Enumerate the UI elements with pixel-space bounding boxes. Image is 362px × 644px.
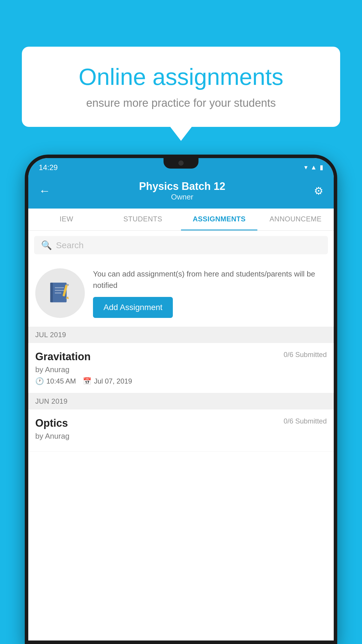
headline-text: Online assignments [42,64,320,90]
tab-iew[interactable]: IEW [28,209,105,230]
assignment-time: 10:45 AM [46,377,76,385]
subtext: ensure more practice for your students [42,97,320,109]
search-container: 🔍 Search [28,231,334,260]
wifi-icon: ▾ [304,164,307,171]
assignment-top-row-optics: Optics 0/6 Submitted [35,417,327,429]
camera [178,160,184,166]
header-title-block: Physics Batch 12 Owner [139,180,225,202]
empty-text-block: You can add assignment(s) from here and … [93,268,327,318]
assignment-by: by Anurag [35,365,327,374]
header-subtitle: Owner [139,192,225,202]
back-button[interactable]: ← [39,184,50,197]
header-title: Physics Batch 12 [139,180,225,192]
status-time: 14:29 [39,163,58,172]
speech-bubble: Online assignments ensure more practice … [22,47,340,127]
app-header: ← Physics Batch 12 Owner ⚙ [28,174,334,209]
signal-icon: ▲ [310,164,317,171]
assignment-title-optics: Optics [35,417,68,429]
empty-state: You can add assignment(s) from here and … [28,260,334,327]
tab-announcements[interactable]: ANNOUNCEME [257,209,334,230]
section-header-jun: JUN 2019 [28,393,334,410]
tabs-bar: IEW STUDENTS ASSIGNMENTS ANNOUNCEME [28,209,334,231]
assignment-submitted-optics: 0/6 Submitted [284,417,327,425]
assignment-submitted: 0/6 Submitted [284,351,327,359]
svg-rect-4 [55,293,61,293]
speech-bubble-container: Online assignments ensure more practice … [22,47,340,127]
assignment-title: Gravitation [35,351,91,363]
svg-rect-3 [55,290,64,291]
assignment-date: Jul 07, 2019 [94,377,132,385]
section-header-jul: JUL 2019 [28,327,334,343]
clock-icon: 🕐 [35,377,44,385]
meta-date: 📅 Jul 07, 2019 [83,377,132,385]
add-assignment-button[interactable]: Add Assignment [93,297,173,318]
svg-rect-2 [55,287,64,288]
phone-notch [164,158,198,169]
search-icon: 🔍 [41,240,52,250]
svg-rect-1 [50,283,53,302]
assignment-by-optics: by Anurag [35,432,327,441]
assignment-meta: 🕐 10:45 AM 📅 Jul 07, 2019 [35,377,327,385]
assignment-item-optics[interactable]: Optics 0/6 Submitted by Anurag [28,410,334,452]
phone-frame: 14:29 ▾ ▲ ▮ ← Physics Batch 12 Owner ⚙ I… [25,155,337,644]
status-icons: ▾ ▲ ▮ [304,164,323,171]
tab-students[interactable]: STUDENTS [105,209,181,230]
battery-icon: ▮ [320,164,323,171]
settings-button[interactable]: ⚙ [314,185,323,197]
search-placeholder: Search [56,240,84,250]
calendar-icon: 📅 [83,377,92,385]
assignment-item-gravitation[interactable]: Gravitation 0/6 Submitted by Anurag 🕐 10… [28,343,334,393]
empty-icon-circle [35,268,85,318]
phone-screen: 14:29 ▾ ▲ ▮ ← Physics Batch 12 Owner ⚙ I… [28,158,334,640]
search-bar[interactable]: 🔍 Search [34,236,328,254]
assignment-top-row: Gravitation 0/6 Submitted [35,351,327,363]
tab-assignments[interactable]: ASSIGNMENTS [181,209,257,230]
meta-time: 🕐 10:45 AM [35,377,76,385]
empty-description: You can add assignment(s) from here and … [93,268,327,291]
notebook-icon [47,280,73,306]
